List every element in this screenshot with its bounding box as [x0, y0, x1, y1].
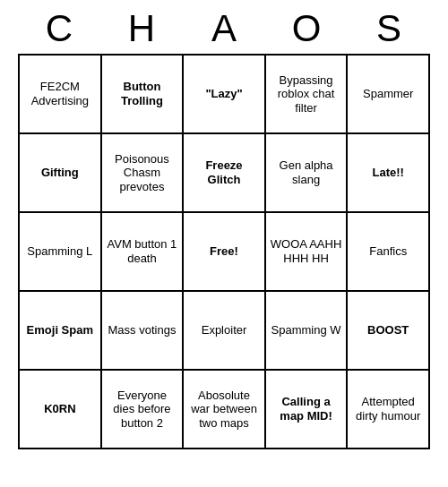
cell-r3-c4: BOOST: [347, 291, 429, 370]
cell-r2-c0: Spamming L: [19, 212, 101, 291]
title-letter-h: H: [100, 7, 183, 50]
cell-r3-c0: Emoji Spam: [19, 291, 101, 370]
cell-r2-c4: Fanfics: [347, 212, 429, 291]
cell-r1-c3: Gen alpha slang: [265, 133, 348, 212]
bingo-grid: FE2CM AdvertisingButton Trolling"Lazy"By…: [18, 54, 430, 449]
cell-r3-c3: Spamming W: [265, 291, 348, 370]
title-letter-o: O: [265, 7, 348, 50]
cell-r2-c3: WOOA AAHH HHH HH: [265, 212, 348, 291]
title-letter-c: C: [18, 7, 100, 50]
cell-r1-c2: Freeze Glitch: [183, 133, 265, 212]
title-letter-a: A: [183, 7, 265, 50]
cell-r1-c0: Gifting: [19, 133, 101, 212]
cell-r4-c0: K0RN: [19, 370, 101, 449]
cell-r0-c4: Spammer: [347, 55, 429, 133]
cell-r4-c2: Abosolute war between two maps: [183, 370, 265, 449]
title-row: C H A O S: [18, 0, 430, 54]
cell-r0-c2: "Lazy": [183, 55, 265, 133]
cell-r4-c4: Attempted dirty humour: [347, 370, 429, 449]
cell-r0-c3: Bypassing roblox chat filter: [265, 55, 348, 133]
cell-r2-c2: Free!: [183, 212, 265, 291]
cell-r0-c0: FE2CM Advertising: [19, 55, 101, 133]
cell-r3-c1: Mass votings: [101, 291, 184, 370]
cell-r1-c1: Poisonous Chasm prevotes: [101, 133, 184, 212]
cell-r0-c1: Button Trolling: [101, 55, 184, 133]
title-letter-s: S: [348, 7, 430, 50]
cell-r4-c3: Calling a map MID!: [265, 370, 348, 449]
cell-r1-c4: Late!!: [347, 133, 429, 212]
cell-r4-c1: Everyone dies before button 2: [101, 370, 184, 449]
cell-r3-c2: Exploiter: [183, 291, 265, 370]
cell-r2-c1: AVM button 1 death: [101, 212, 184, 291]
